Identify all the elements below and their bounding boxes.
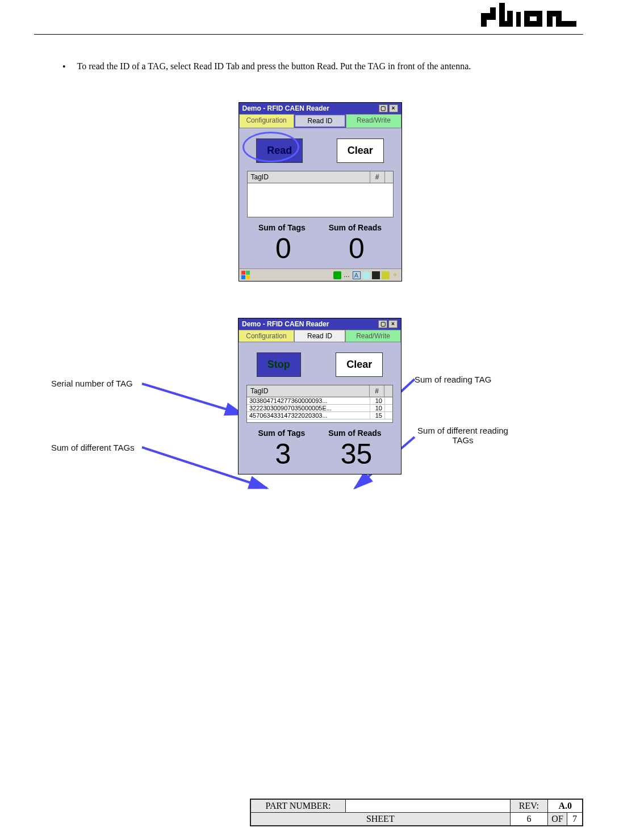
sum-tags-value: 0: [247, 232, 320, 265]
tag-table-body: 303804714277360000093... 10 322230300907…: [246, 397, 393, 423]
sum-tags-value: 3: [246, 438, 320, 471]
table-row: 457063433147322020303... 15: [247, 412, 392, 419]
table-row: 303804714277360000093... 10: [247, 397, 392, 405]
tag-table-header: TagID #: [246, 385, 393, 397]
count-cell: 15: [370, 412, 384, 419]
instruction-bullet: • To read the ID of a TAG, select Read I…: [62, 61, 572, 73]
table-row: 322230300907035000005E... 10: [247, 405, 392, 412]
svg-rect-10: [537, 11, 542, 27]
tab-read-write[interactable]: Read/Write: [345, 330, 401, 342]
window-title: Demo - RFID CAEN Reader: [242, 320, 329, 328]
rev-label: REV:: [510, 800, 548, 813]
tag-table-header: TagID #: [247, 171, 394, 183]
screenshot-read-running: Demo - RFID CAEN Reader ▢ × Configuratio…: [238, 318, 401, 474]
tray-lock-icon[interactable]: [382, 271, 390, 279]
window-close-icon[interactable]: ×: [388, 320, 398, 328]
tray-dots-icon: …: [343, 271, 351, 279]
sum-tags-label: Sum of Tags: [258, 429, 305, 438]
callout-sum-different-reading: Sum of different reading TAGs: [415, 426, 511, 445]
brand-logo: [481, 3, 578, 27]
instruction-text: To read the ID of a TAG, select Read ID …: [77, 61, 572, 73]
tray-globe-icon[interactable]: [362, 271, 370, 279]
sum-reads-value: 35: [320, 438, 393, 471]
document-footer: PART NUMBER: REV: A.0 SHEET 6 OF 7: [250, 799, 583, 826]
sum-reads-value: 0: [320, 232, 394, 265]
tagid-cell: 303804714277360000093...: [247, 397, 370, 405]
clear-button[interactable]: Clear: [336, 352, 383, 377]
tray-bulb-icon[interactable]: ✧: [391, 271, 399, 279]
callout-sum-different-tags: Sum of different TAGs: [51, 443, 135, 452]
header-divider: [34, 34, 583, 35]
stop-button[interactable]: Stop: [257, 352, 301, 377]
window-restore-icon[interactable]: ▢: [379, 104, 388, 112]
tray-phone-icon[interactable]: [333, 271, 341, 279]
sheet-total: 7: [567, 813, 582, 825]
window-close-icon[interactable]: ×: [389, 104, 398, 112]
svg-line-15: [142, 384, 243, 414]
count-header: #: [370, 385, 384, 397]
sum-reads-label: Sum of Reads: [329, 223, 382, 232]
svg-rect-14: [556, 21, 576, 27]
window-titlebar: Demo - RFID CAEN Reader ▢ ×: [239, 318, 401, 330]
tray-card-icon[interactable]: [372, 271, 380, 279]
tray-a-icon[interactable]: A: [353, 271, 361, 279]
svg-rect-2: [490, 7, 496, 20]
tagid-header: TagID: [247, 385, 370, 397]
clear-button[interactable]: Clear: [337, 138, 384, 163]
svg-rect-5: [507, 11, 513, 27]
sheet-label: SHEET: [251, 813, 511, 826]
window-restore-icon[interactable]: ▢: [378, 320, 387, 328]
read-button[interactable]: Read: [256, 138, 303, 163]
sum-tags-label: Sum of Tags: [258, 223, 306, 232]
scroll-header-gap: [385, 171, 393, 183]
window-title: Demo - RFID CAEN Reader: [242, 104, 329, 112]
rev-value: A.0: [548, 800, 583, 813]
tagid-header: TagID: [248, 171, 370, 183]
tab-configuration[interactable]: Configuration: [239, 330, 294, 342]
start-icon[interactable]: [241, 271, 252, 280]
svg-rect-0: [481, 20, 487, 27]
tab-read-write[interactable]: Read/Write: [346, 114, 401, 128]
bullet-icon: •: [62, 61, 66, 73]
tagid-cell: 322230300907035000005E...: [247, 405, 370, 412]
tab-read-id[interactable]: Read ID: [294, 330, 345, 342]
svg-rect-6: [516, 12, 521, 27]
tab-configuration[interactable]: Configuration: [239, 114, 294, 128]
tag-table-body-empty: [247, 183, 394, 217]
part-number-label: PART NUMBER:: [251, 800, 346, 813]
taskbar: … A ✧: [239, 268, 401, 281]
count-cell: 10: [370, 397, 384, 405]
window-titlebar: Demo - RFID CAEN Reader ▢ ×: [239, 103, 401, 114]
screenshot-read-idle: Demo - RFID CAEN Reader ▢ × Configuratio…: [239, 102, 402, 282]
count-cell: 10: [370, 405, 384, 412]
sheet-of: OF: [548, 813, 567, 825]
sheet-current: 6: [510, 813, 548, 826]
tab-read-id[interactable]: Read ID: [294, 114, 346, 128]
sum-reads-label: Sum of Reads: [328, 429, 381, 438]
count-header: #: [370, 171, 385, 183]
callout-serial-number: Serial number of TAG: [51, 379, 133, 388]
tagid-cell: 457063433147322020303...: [247, 412, 370, 419]
scroll-header-gap: [384, 385, 392, 397]
callout-sum-reading: Sum of reading TAG: [415, 375, 491, 384]
part-number-value: [346, 800, 511, 813]
